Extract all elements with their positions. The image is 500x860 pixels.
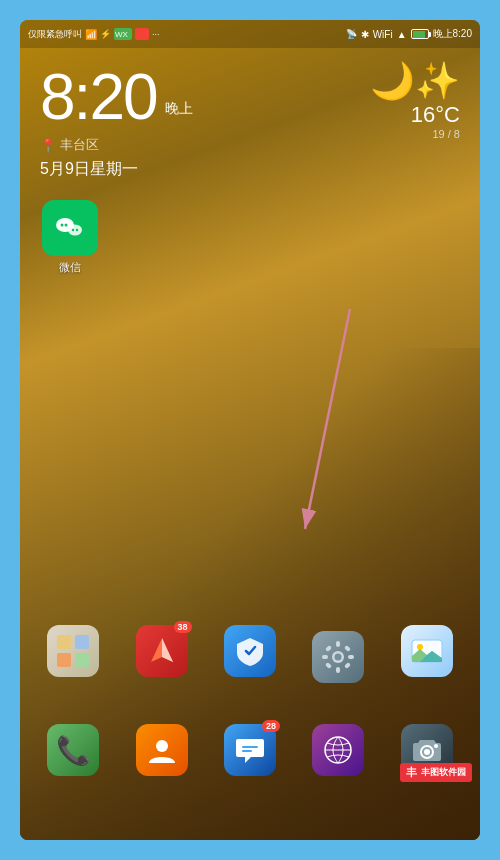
time-status: 晚上8:20	[433, 27, 472, 41]
svg-point-32	[434, 744, 438, 748]
signal-icon: 📶	[85, 29, 97, 40]
svg-rect-17	[348, 655, 354, 659]
phone-item[interactable]: 📞	[43, 724, 103, 780]
annotation-arrow-svg	[20, 275, 480, 603]
hw-apps-svg	[54, 632, 92, 670]
contacts-icon[interactable]	[136, 724, 188, 776]
temperature-display: 16°C	[370, 102, 460, 128]
svg-rect-21	[344, 645, 351, 652]
wechat-app-container[interactable]: 微信	[40, 200, 100, 275]
time-display: 8:20 晚上	[40, 60, 193, 134]
svg-rect-20	[325, 662, 332, 669]
browser-icon[interactable]	[312, 724, 364, 776]
battery-icon	[411, 29, 429, 39]
spacer	[20, 275, 480, 603]
status-left: 仅限紧急呼叫 📶 ⚡ WX ···	[28, 28, 160, 41]
svg-rect-19	[344, 662, 351, 669]
phone-emoji: 📞	[56, 734, 91, 767]
svg-rect-16	[322, 655, 328, 659]
contacts-item[interactable]	[132, 724, 192, 780]
phone-manager-icon[interactable]	[224, 625, 276, 677]
red-app-icon	[135, 28, 149, 40]
svg-point-25	[156, 740, 168, 752]
temp-range: 19 / 8	[370, 128, 460, 140]
battery-fill	[413, 31, 426, 38]
cast-icon: 📡	[346, 29, 357, 39]
svg-rect-26	[242, 746, 258, 748]
wechat-icon[interactable]	[42, 200, 98, 256]
top-apps-area: 微信	[20, 180, 480, 275]
phone-frame: 仅限紧急呼叫 📶 ⚡ WX ··· 📡 ✱ WiFi ▲ 晚上8:20 8:20…	[20, 20, 480, 840]
status-right: 📡 ✱ WiFi ▲ 晚上8:20	[346, 27, 472, 41]
status-bar: 仅限紧急呼叫 📶 ⚡ WX ··· 📡 ✱ WiFi ▲ 晚上8:20	[20, 20, 480, 48]
wechat-svg	[53, 211, 87, 245]
svg-rect-10	[57, 653, 71, 667]
app-icon-small-status: WX	[114, 28, 132, 40]
svg-point-2	[65, 224, 68, 227]
weather-widget: 🌙✨ 16°C 19 / 8	[370, 60, 460, 140]
browser-item[interactable]	[308, 724, 368, 780]
weather-icon: 🌙✨	[370, 60, 460, 102]
location-text: 丰台区	[60, 136, 99, 154]
date-display: 5月9日星期一	[40, 160, 138, 177]
settings-icon[interactable]	[312, 631, 364, 683]
ampm-label: 晚上	[165, 100, 193, 116]
emergency-call-text: 仅限紧急呼叫	[28, 28, 82, 41]
time-widget: 8:20 晚上 📍 丰台区 🌙✨ 16°C 19 / 8	[20, 48, 480, 159]
svg-rect-18	[325, 645, 332, 652]
time-left: 8:20 晚上 📍 丰台区	[40, 60, 193, 154]
svg-rect-27	[242, 750, 252, 752]
svg-rect-11	[75, 653, 89, 667]
svg-rect-14	[336, 641, 340, 647]
svg-rect-9	[75, 635, 89, 649]
svg-point-31	[424, 749, 430, 755]
phone-icon[interactable]: 📞	[47, 724, 99, 776]
svg-rect-15	[336, 667, 340, 673]
app-market-badge: 38	[174, 621, 192, 633]
svg-point-13	[335, 654, 342, 661]
bt-icon: ✱	[361, 29, 369, 40]
app-market-icon[interactable]: 38	[136, 625, 188, 677]
charge-icon: ⚡	[100, 29, 111, 39]
watermark: 丰 丰图软件园	[400, 763, 472, 782]
svg-point-5	[76, 229, 78, 231]
messages-badge: 28	[262, 720, 280, 732]
svg-point-4	[72, 229, 74, 231]
watermark-text: 丰图软件园	[421, 766, 466, 779]
wifi-icon: WiFi	[373, 29, 393, 40]
signal-bars: ▲	[397, 29, 407, 40]
svg-line-7	[305, 309, 350, 529]
svg-point-1	[61, 224, 64, 227]
time-location: 📍 丰台区	[40, 136, 193, 154]
messages-icon[interactable]: 28	[224, 724, 276, 776]
messages-item[interactable]: 28	[220, 724, 280, 780]
more-icon: ···	[152, 29, 160, 39]
svg-rect-8	[57, 635, 71, 649]
location-pin-icon: 📍	[40, 138, 56, 153]
date-area: 5月9日星期一	[20, 159, 480, 180]
gallery-icon[interactable]	[401, 625, 453, 677]
svg-point-3	[68, 225, 82, 236]
wechat-label: 微信	[59, 260, 81, 275]
huawei-apps-icon[interactable]	[47, 625, 99, 677]
watermark-logo: 丰	[406, 765, 417, 780]
